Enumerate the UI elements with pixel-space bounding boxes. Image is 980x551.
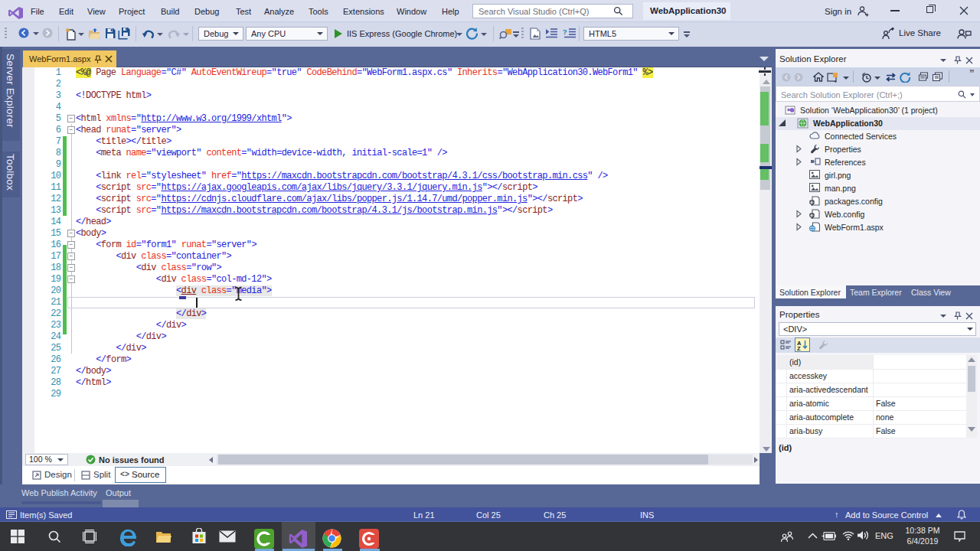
svg-text:?: ? — [563, 28, 567, 36]
svg-text:Z: Z — [797, 345, 801, 350]
